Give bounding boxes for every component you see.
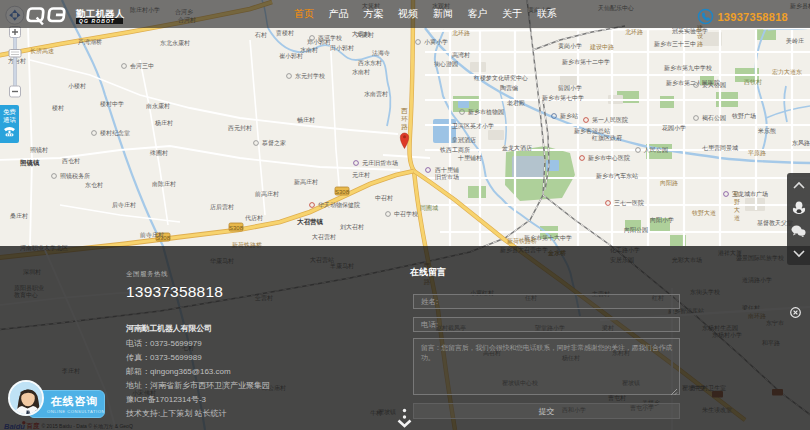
svg-text:勤工机器人: 勤工机器人 [75, 8, 125, 19]
svg-text:西水东村: 西水东村 [358, 59, 382, 67]
svg-text:小冀小学: 小冀小学 [424, 39, 448, 45]
svg-text:十里铺村: 十里铺村 [457, 155, 482, 162]
svg-text:街心游园: 街心游园 [434, 60, 458, 68]
svg-text:红楼梦文化研究中心: 红楼梦文化研究中心 [473, 74, 528, 82]
svg-text:店后营村: 店后营村 [210, 203, 234, 211]
svg-text:新乡市第十二中学: 新乡市第十二中学 [562, 58, 610, 65]
svg-text:新乡市第九中学校: 新乡市第九中学校 [664, 64, 712, 71]
svg-text:慕督之家: 慕督之家 [262, 139, 286, 147]
svg-text:平原路: 平原路 [748, 149, 766, 157]
svg-text:环: 环 [401, 115, 408, 122]
svg-text:东仓村: 东仓村 [85, 181, 103, 189]
svg-text:殊圃村: 殊圃村 [149, 150, 168, 157]
svg-text:西仓村: 西仓村 [62, 158, 80, 165]
svg-text:旧货市场: 旧货市场 [435, 173, 459, 181]
svg-text:前高庄村: 前高庄村 [254, 190, 279, 198]
svg-text:代店村: 代店村 [244, 214, 263, 222]
svg-text:黄岗小学: 黄岗小学 [558, 43, 582, 50]
svg-text:中召村: 中召村 [375, 195, 393, 202]
svg-text:S308: S308 [335, 189, 350, 195]
svg-text:路: 路 [697, 41, 703, 48]
svg-text:法海寺: 法海寺 [372, 50, 390, 56]
svg-text:红旗区政府: 红旗区政府 [591, 134, 622, 141]
svg-text:大黄村: 大黄村 [352, 30, 370, 38]
svg-text:北环路: 北环路 [625, 28, 643, 36]
svg-text:东元封学校: 东元封学校 [295, 72, 325, 79]
svg-text:水南营村: 水南营村 [364, 91, 388, 98]
svg-text:会河三中: 会河三中 [130, 63, 154, 69]
svg-text:美岭庄: 美岭庄 [786, 37, 804, 44]
svg-text:七里营同景城: 七里营同景城 [702, 145, 738, 152]
svg-text:中召学校: 中召学校 [394, 211, 418, 218]
svg-text:元庄村: 元庄村 [352, 171, 370, 179]
svg-text:杨庄村: 杨庄村 [154, 119, 173, 127]
svg-text:S308: S308 [229, 225, 244, 231]
svg-text:同圃城: 同圃城 [420, 205, 438, 212]
svg-text:向阳小学: 向阳小学 [650, 217, 674, 224]
svg-text:西: 西 [400, 107, 408, 114]
svg-text:牧野大道: 牧野大道 [692, 209, 716, 216]
svg-text:照镜税务所: 照镜税务所 [60, 172, 90, 180]
svg-text:宏力大道东: 宏力大道东 [772, 68, 802, 75]
svg-text:路: 路 [401, 123, 408, 131]
svg-text:北环路: 北环路 [452, 29, 470, 37]
svg-text:野: 野 [734, 199, 740, 205]
svg-text:郑小郭村: 郑小郭村 [307, 38, 331, 46]
svg-text:新乡市第七中学: 新乡市第七中学 [542, 94, 584, 101]
svg-text:新乡市三十三中: 新乡市三十三中 [654, 40, 696, 47]
svg-text:石村: 石村 [254, 31, 267, 39]
svg-text:米乐熊: 米乐熊 [757, 128, 776, 134]
svg-text:贾楼村: 贾楼村 [275, 30, 294, 37]
svg-text:设: 设 [697, 32, 703, 39]
svg-text:道: 道 [734, 215, 740, 221]
svg-text:新乡市植物园: 新乡市植物园 [468, 108, 504, 116]
svg-text:刘大召村: 刘大召村 [340, 223, 364, 231]
svg-text:建设中路: 建设中路 [589, 43, 614, 51]
svg-text:金龙大酒店: 金龙大酒店 [501, 144, 532, 152]
svg-text:人民公园: 人民公园 [643, 147, 668, 154]
svg-text:华天动物保健院: 华天动物保健院 [318, 201, 360, 209]
svg-text:方台村: 方台村 [8, 57, 26, 65]
svg-text:田小郭村: 田小郭村 [330, 44, 354, 52]
svg-text:新荷铁路桥: 新荷铁路桥 [507, 237, 537, 245]
svg-text:姜大公园: 姜大公园 [702, 81, 726, 89]
svg-text:大: 大 [734, 206, 740, 213]
svg-text:楼村: 楼村 [52, 105, 64, 112]
svg-text:老君殿: 老君殿 [507, 99, 525, 107]
svg-text:西牧村: 西牧村 [744, 79, 762, 86]
svg-text:新乡客运总站: 新乡客运总站 [574, 127, 610, 135]
svg-text:留园小学: 留园小学 [558, 85, 582, 92]
svg-text:东北永康村: 东北永康村 [160, 39, 190, 47]
svg-text:皇冠酒店: 皇冠酒店 [452, 136, 476, 144]
svg-text:长济高速: 长济高速 [30, 47, 54, 54]
svg-text:前寺庄村: 前寺庄村 [139, 231, 164, 239]
svg-text:铁西工商所: 铁西工商所 [439, 146, 470, 154]
svg-text:大召营村: 大召营村 [312, 233, 336, 241]
svg-text:褐石公园: 褐石公园 [702, 114, 726, 122]
svg-text:东风路: 东风路 [792, 139, 810, 147]
svg-text:新乡站: 新乡站 [560, 112, 578, 120]
svg-text:ONLINE CONSULTATION: ONLINE CONSULTATION [46, 409, 103, 414]
svg-text:向阳路: 向阳路 [660, 180, 678, 187]
svg-text:花园小学: 花园小学 [662, 125, 686, 132]
svg-text:西十里铺: 西十里铺 [435, 167, 459, 174]
svg-text:崔小郭村: 崔小郭村 [279, 52, 303, 60]
svg-text:桑庄村: 桑庄村 [10, 212, 28, 220]
svg-text:楼村中学: 楼村中学 [100, 101, 124, 108]
svg-text:南陈庄村: 南陈庄村 [152, 180, 176, 188]
svg-text:水南村: 水南村 [352, 69, 370, 76]
svg-text:楼村纪念堂: 楼村纪念堂 [100, 130, 130, 137]
svg-text:南永康村: 南永康村 [146, 102, 170, 110]
svg-text:QG ROBOT: QG ROBOT [79, 18, 115, 24]
svg-text:第一人民医院: 第一人民医院 [592, 116, 628, 124]
svg-text:西元封村: 西元封村 [228, 124, 252, 132]
svg-text:芦湾湖桥: 芦湾湖桥 [78, 38, 102, 46]
svg-text:新乡市中心医院: 新乡市中心医院 [588, 154, 630, 162]
svg-text:新高庄村: 新高庄村 [294, 178, 318, 186]
svg-text:照镜镇: 照镜镇 [20, 159, 40, 167]
svg-text:大召营镇: 大召营镇 [297, 218, 324, 226]
svg-text:畅庄村: 畅庄村 [297, 116, 315, 124]
svg-text:小楼村: 小楼村 [68, 83, 86, 90]
svg-text:牧野广场: 牧野广场 [732, 113, 756, 120]
svg-text:水南村: 水南村 [300, 47, 318, 54]
